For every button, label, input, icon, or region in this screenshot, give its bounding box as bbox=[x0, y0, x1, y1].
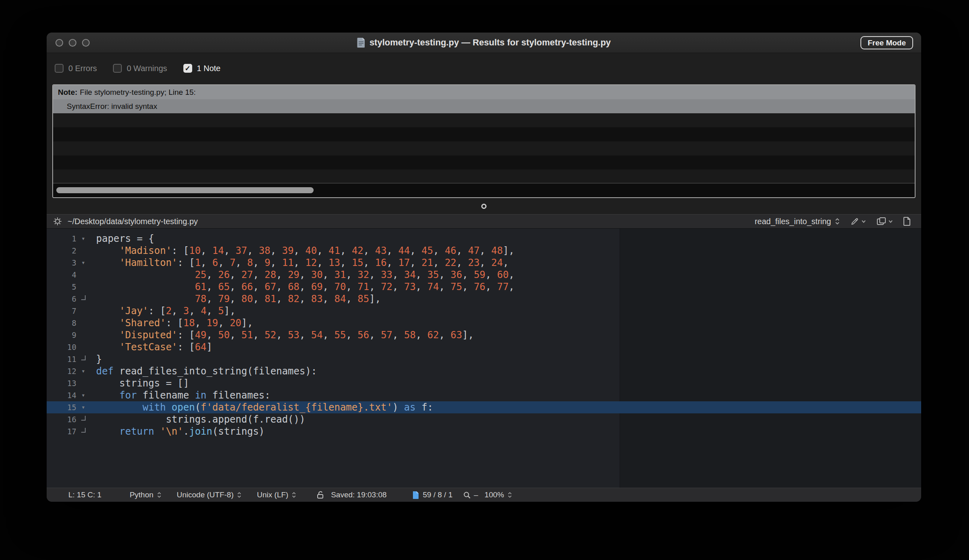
checkbox-icon[interactable] bbox=[113, 64, 122, 73]
line-gutter[interactable]: 8 bbox=[47, 317, 90, 329]
code-line[interactable]: 9 'Disputed': [49, 50, 51, 52, 53, 54, 5… bbox=[47, 329, 921, 341]
fold-indicator[interactable] bbox=[76, 418, 90, 421]
code-line[interactable]: 3▾ 'Hamilton': [1, 6, 7, 8, 9, 11, 12, 1… bbox=[47, 257, 921, 269]
fold-indicator[interactable]: ▾ bbox=[76, 233, 90, 245]
fold-indicator[interactable]: ▾ bbox=[76, 257, 90, 269]
code-line[interactable]: 6 78, 79, 80, 81, 82, 83, 84, 85], bbox=[47, 293, 921, 305]
zoom-out-label[interactable]: – bbox=[474, 491, 478, 499]
line-gutter[interactable]: 16 bbox=[47, 413, 90, 425]
filter-item[interactable]: 0 Errors bbox=[55, 64, 97, 73]
line-gutter[interactable]: 12▾ bbox=[47, 365, 90, 377]
results-horizontal-scrollbar[interactable] bbox=[53, 183, 915, 197]
code-line[interactable]: 16 strings.append(f.read()) bbox=[47, 413, 921, 425]
document-panel-button[interactable] bbox=[903, 217, 911, 226]
edit-tools-button[interactable] bbox=[850, 217, 866, 226]
filter-item[interactable]: 0 Warnings bbox=[113, 64, 167, 73]
line-gutter[interactable]: 10 bbox=[47, 341, 90, 353]
code-editor[interactable]: 1▾papers = {2 'Madison': [10, 14, 37, 38… bbox=[47, 229, 921, 488]
line-number[interactable]: 14 bbox=[67, 389, 76, 401]
minimize-button[interactable] bbox=[69, 39, 76, 47]
fold-open-icon[interactable]: ▾ bbox=[81, 389, 85, 401]
line-number[interactable]: 2 bbox=[72, 245, 76, 257]
line-gutter[interactable]: 13 bbox=[47, 377, 90, 389]
fold-open-icon[interactable]: ▾ bbox=[81, 401, 85, 413]
file-path[interactable]: ~/Desktop/data/stylometry-testing.py bbox=[68, 217, 198, 226]
line-gutter[interactable]: 6 bbox=[47, 293, 90, 305]
line-number[interactable]: 12 bbox=[67, 365, 76, 377]
line-number[interactable]: 15 bbox=[67, 401, 76, 413]
fold-indicator[interactable]: ▾ bbox=[76, 401, 90, 413]
line-number[interactable]: 3 bbox=[72, 257, 76, 269]
splitter-dot-icon[interactable] bbox=[481, 204, 487, 209]
code-line[interactable]: 7 'Jay': [2, 3, 4, 5], bbox=[47, 305, 921, 317]
line-number[interactable]: 10 bbox=[67, 341, 76, 353]
free-mode-button[interactable]: Free Mode bbox=[860, 36, 913, 49]
line-number[interactable]: 7 bbox=[72, 305, 76, 317]
code-text[interactable]: 61, 65, 66, 67, 68, 69, 70, 71, 72, 73, … bbox=[90, 281, 515, 293]
fold-indicator[interactable] bbox=[76, 358, 90, 360]
panel-layout-button[interactable] bbox=[877, 217, 893, 226]
document-count-icon[interactable] bbox=[413, 491, 419, 499]
line-number[interactable]: 16 bbox=[67, 413, 76, 425]
line-number[interactable]: 13 bbox=[67, 377, 76, 389]
line-number[interactable]: 9 bbox=[72, 329, 76, 341]
fold-open-icon[interactable]: ▾ bbox=[81, 365, 85, 377]
code-line[interactable]: 11} bbox=[47, 353, 921, 365]
code-line[interactable]: 5 61, 65, 66, 67, 68, 69, 70, 71, 72, 73… bbox=[47, 281, 921, 293]
line-number[interactable]: 4 bbox=[72, 269, 76, 281]
line-gutter[interactable]: 14▾ bbox=[47, 389, 90, 401]
code-text[interactable]: papers = { bbox=[90, 233, 154, 245]
code-text[interactable]: for filename in filenames: bbox=[90, 389, 271, 401]
line-gutter[interactable]: 3▾ bbox=[47, 257, 90, 269]
fold-open-icon[interactable]: ▾ bbox=[81, 257, 85, 269]
code-line[interactable]: 2 'Madison': [10, 14, 37, 38, 39, 40, 41… bbox=[47, 245, 921, 257]
code-text[interactable]: 25, 26, 27, 28, 29, 30, 31, 32, 33, 34, … bbox=[90, 269, 515, 281]
filter-item[interactable]: ✓1 Note bbox=[183, 64, 221, 73]
code-text[interactable]: return '\n'.join(strings) bbox=[90, 425, 265, 437]
window-titlebar[interactable]: stylometry-testing.py — Results for styl… bbox=[47, 33, 921, 53]
fold-indicator[interactable]: ▾ bbox=[76, 389, 90, 401]
encoding-popup[interactable]: Unicode (UTF-8) bbox=[177, 491, 242, 499]
line-gutter[interactable]: 17 bbox=[47, 425, 90, 437]
gear-icon[interactable] bbox=[53, 217, 62, 226]
code-line[interactable]: 10 'TestCase': [64] bbox=[47, 341, 921, 353]
line-number[interactable]: 5 bbox=[72, 281, 76, 293]
fold-indicator[interactable] bbox=[76, 430, 90, 433]
line-number[interactable]: 17 bbox=[67, 425, 76, 437]
zoom-button[interactable] bbox=[82, 39, 90, 47]
code-text[interactable]: 78, 79, 80, 81, 82, 83, 84, 85], bbox=[90, 293, 381, 305]
unlock-icon[interactable] bbox=[316, 491, 324, 499]
line-gutter[interactable]: 9 bbox=[47, 329, 90, 341]
line-gutter[interactable]: 5 bbox=[47, 281, 90, 293]
fold-open-icon[interactable]: ▾ bbox=[81, 233, 85, 245]
code-text[interactable]: 'Shared': [18, 19, 20], bbox=[90, 317, 253, 329]
code-text[interactable]: strings.append(f.read()) bbox=[90, 413, 305, 425]
checkbox-icon[interactable] bbox=[55, 64, 64, 73]
line-gutter[interactable]: 1▾ bbox=[47, 233, 90, 245]
line-number[interactable]: 8 bbox=[72, 317, 76, 329]
code-line[interactable]: 17 return '\n'.join(strings) bbox=[47, 425, 921, 437]
code-text[interactable]: 'Disputed': [49, 50, 51, 52, 53, 54, 55,… bbox=[90, 329, 474, 341]
code-text[interactable]: 'Jay': [2, 3, 4, 5], bbox=[90, 305, 236, 317]
code-text[interactable]: 'Madison': [10, 14, 37, 38, 39, 40, 41, … bbox=[90, 245, 515, 257]
code-text[interactable]: with open(f'data/federalist_{filename}.t… bbox=[90, 401, 433, 413]
result-row[interactable]: Note:File stylometry-testing.py; Line 15… bbox=[53, 85, 915, 99]
line-number[interactable]: 11 bbox=[67, 353, 76, 365]
line-gutter[interactable]: 11 bbox=[47, 353, 90, 365]
scrollbar-thumb[interactable] bbox=[56, 187, 314, 193]
line-number[interactable]: 6 bbox=[72, 293, 76, 305]
code-text[interactable]: 'Hamilton': [1, 6, 7, 8, 9, 11, 12, 13, … bbox=[90, 257, 509, 269]
result-row[interactable]: SyntaxError: invalid syntax bbox=[53, 99, 915, 113]
code-line[interactable]: 14▾ for filename in filenames: bbox=[47, 389, 921, 401]
line-gutter[interactable]: 4 bbox=[47, 269, 90, 281]
code-line[interactable]: 1▾papers = { bbox=[47, 233, 921, 245]
line-ending-popup[interactable]: Unix (LF) bbox=[257, 491, 296, 499]
code-line[interactable]: 4 25, 26, 27, 28, 29, 30, 31, 32, 33, 34… bbox=[47, 269, 921, 281]
close-button[interactable] bbox=[55, 39, 63, 47]
fold-indicator[interactable] bbox=[76, 298, 90, 300]
splitter-handle[interactable] bbox=[47, 198, 921, 214]
language-popup[interactable]: Python bbox=[129, 491, 161, 499]
zoom-out-control[interactable]: – bbox=[463, 491, 478, 499]
line-gutter[interactable]: 2 bbox=[47, 245, 90, 257]
code-text[interactable]: strings = [] bbox=[90, 377, 189, 389]
